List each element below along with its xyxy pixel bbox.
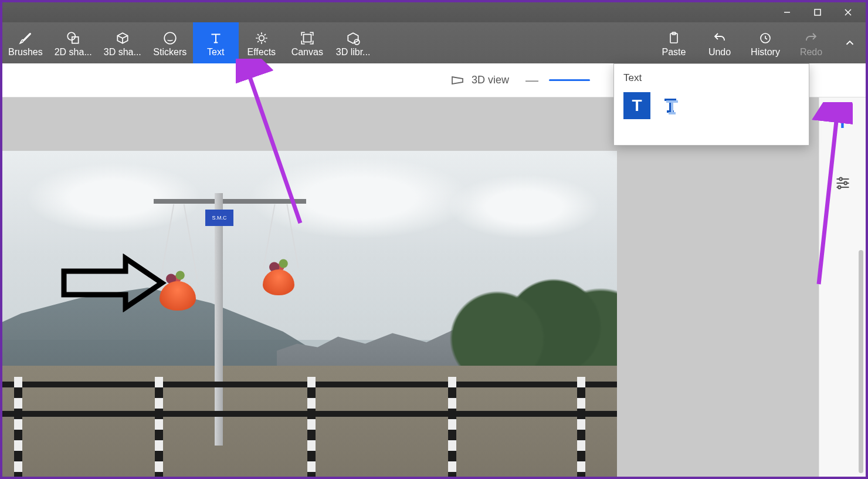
minimize-button[interactable] [772,4,802,21]
title-bar [2,2,866,22]
svg-rect-8 [303,35,311,42]
close-button[interactable] [833,4,863,21]
canvas-image[interactable]: S.M.C [2,151,617,477]
sliders-icon [835,175,851,191]
side-tool-panel: T [819,97,866,477]
side-panel-scrollbar[interactable] [859,250,863,473]
perspective-icon [450,75,464,86]
svg-point-14 [839,178,842,181]
ribbon-stickers[interactable]: Stickers [147,22,193,63]
side-sliders-tool[interactable] [831,171,855,195]
paste-button[interactable]: Paste [651,22,697,63]
undo-icon [713,29,727,47]
canvas-area[interactable]: S.M.C [2,97,819,477]
svg-point-18 [838,186,840,189]
ribbon-label: Redo [800,47,822,58]
redo-button[interactable]: Redo [788,22,834,63]
ribbon-label: 3D sha... [104,47,141,58]
svg-point-6 [164,32,176,44]
library-icon [345,29,361,47]
ribbon-brushes[interactable]: Brushes [2,22,49,63]
undo-button[interactable]: Undo [697,22,742,63]
ribbon-label: History [751,47,780,58]
collapse-ribbon-button[interactable] [834,22,866,63]
ribbon-label: Canvas [291,47,323,58]
text-3d-icon [660,95,681,116]
sign-label: S.M.C [205,210,233,226]
ribbon-canvas[interactable]: Canvas [284,22,330,63]
arrow-annotation-icon [61,254,167,312]
ribbon-label: Brushes [8,47,43,58]
ribbon-label: Stickers [153,47,187,58]
zoom-control[interactable]: — [525,73,590,88]
svg-point-7 [259,36,264,41]
shapes-2d-icon [66,29,81,47]
zoom-slider[interactable] [549,79,590,81]
ribbon-label: Effects [247,47,276,58]
shapes-3d-icon [115,29,130,47]
maximize-button[interactable] [802,4,833,21]
effects-icon [254,29,269,47]
text-2d-option[interactable]: T [623,92,650,119]
3d-view-toggle[interactable]: 3D view [450,74,509,86]
ribbon-label: Paste [662,47,686,58]
ribbon-label: Text [207,47,224,58]
ribbon-3d-library[interactable]: 3D libr... [330,22,377,63]
ribbon-text[interactable]: Text [193,22,239,63]
work-area: S.M.C [2,97,866,477]
ribbon-label: 2D sha... [55,47,92,58]
history-icon [758,29,772,47]
history-button[interactable]: History [742,22,788,63]
text-flyout: Text T [613,63,809,146]
redo-icon [804,29,818,47]
svg-point-4 [67,32,75,40]
app-window: Brushes 2D sha... 3D sha... Stickers [0,0,868,479]
ribbon-effects[interactable]: Effects [239,22,284,63]
ribbon-2d-shapes[interactable]: 2D sha... [49,22,98,63]
ribbon-toolbar: Brushes 2D sha... 3D sha... Stickers [2,22,866,63]
ribbon-label: Undo [708,47,731,58]
text-3d-option[interactable] [659,94,682,117]
ribbon-label: 3D libr... [336,47,371,58]
svg-rect-1 [815,9,820,15]
brush-icon [18,29,33,47]
paste-icon [667,29,681,47]
stickers-icon [162,29,178,47]
flyout-title: Text [623,72,799,84]
svg-point-16 [844,182,847,185]
ribbon-3d-shapes[interactable]: 3D sha... [98,22,147,63]
zoom-out-button[interactable]: — [525,73,538,88]
3d-view-label: 3D view [472,74,509,86]
text-icon [208,29,223,47]
canvas-icon [300,29,315,47]
side-text-tool[interactable]: T [831,110,855,134]
